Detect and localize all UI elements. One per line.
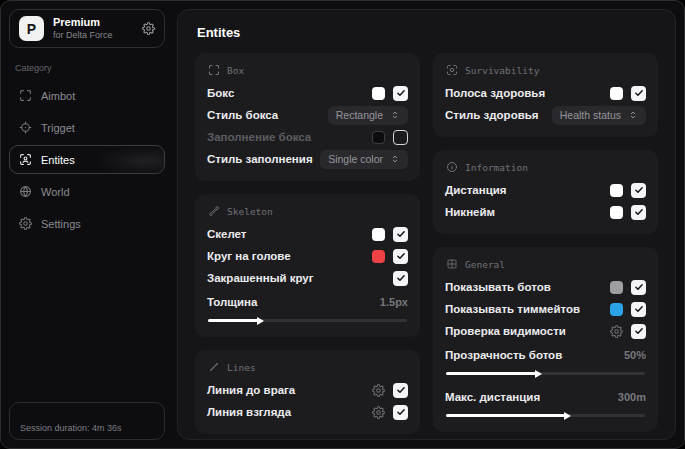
max-distance-slider-row: Макс. дистанция 300m — [445, 386, 646, 417]
setting-row: Полоса здоровья — [445, 82, 646, 104]
aimbot-icon — [19, 89, 32, 102]
thickness-slider-row: Толщина 1.5px — [207, 291, 408, 322]
thickness-slider[interactable] — [208, 319, 407, 322]
checkbox[interactable] — [631, 86, 646, 101]
sidebar-item-label: World — [41, 186, 70, 198]
page-title: Entites — [197, 25, 658, 40]
slider-thumb[interactable] — [564, 412, 571, 420]
general-icon — [446, 258, 458, 270]
setting-label: Круг на голове — [207, 250, 291, 262]
color-swatch[interactable] — [610, 281, 623, 294]
slider-thumb[interactable] — [535, 370, 542, 378]
setting-label: Стиль здоровья — [445, 109, 539, 121]
survivability-section: Survivability Полоса здоровья Стиль здор… — [433, 53, 658, 137]
color-swatch[interactable] — [372, 131, 385, 144]
setting-label: Линия взгляда — [207, 406, 291, 418]
checkbox[interactable] — [631, 324, 646, 339]
sidebar-item-entites[interactable]: Entites — [9, 145, 165, 174]
color-swatch[interactable] — [610, 87, 623, 100]
checkbox[interactable] — [393, 383, 408, 398]
setting-label: Полоса здоровья — [445, 87, 545, 99]
settings-icon — [19, 217, 32, 230]
bot-opacity-slider[interactable] — [446, 372, 645, 375]
config-gear-icon[interactable] — [372, 406, 385, 419]
max-distance-slider[interactable] — [446, 414, 645, 417]
setting-row: Заполнение бокса — [207, 126, 408, 148]
setting-row: Стиль здоровья Health status — [445, 104, 646, 126]
setting-row: Скелет — [207, 223, 408, 245]
sidebar: P Premium for Delta Force Category Aimbo… — [1, 1, 173, 448]
section-title: Skeleton — [227, 206, 273, 217]
section-title: General — [465, 259, 505, 270]
dropdown-value: Rectangle — [336, 109, 383, 122]
setting-row: Линия взгляда — [207, 401, 408, 423]
brand-subtitle: for Delta Force — [53, 30, 113, 41]
setting-label: Никнейм — [445, 206, 495, 218]
main-panel: Entites Box Бокс — [177, 9, 676, 440]
sidebar-item-trigget[interactable]: Trigget — [9, 113, 165, 142]
setting-row: Стиль заполнения Single color — [207, 148, 408, 170]
setting-row: Линия до врага — [207, 379, 408, 401]
color-swatch[interactable] — [610, 303, 623, 316]
checkbox[interactable] — [631, 183, 646, 198]
color-swatch[interactable] — [610, 184, 623, 197]
setting-row: Проверка видимости — [445, 320, 646, 342]
checkbox[interactable] — [631, 205, 646, 220]
checkbox[interactable] — [631, 302, 646, 317]
health-style-dropdown[interactable]: Health status — [552, 106, 646, 125]
skeleton-icon — [208, 205, 220, 217]
sidebar-item-aimbot[interactable]: Aimbot — [9, 81, 165, 110]
setting-label: Бокс — [207, 87, 234, 99]
checkbox[interactable] — [393, 249, 408, 264]
setting-row: Показывать ботов — [445, 276, 646, 298]
session-duration-box: Session duration: 4m 36s — [9, 402, 165, 440]
information-section: Information Дистанция Никнейм — [433, 150, 658, 234]
sidebar-item-label: Entites — [41, 154, 75, 166]
fill-style-dropdown[interactable]: Single color — [320, 150, 408, 169]
setting-label: Макс. дистанция — [445, 391, 540, 403]
setting-row: Никнейм — [445, 201, 646, 223]
skeleton-section: Skeleton Скелет Круг на голове — [195, 194, 420, 337]
section-title: Lines — [227, 362, 256, 373]
slider-value: 300m — [618, 391, 646, 403]
checkbox[interactable] — [393, 130, 408, 145]
survivability-icon — [446, 64, 458, 76]
general-section: General Показывать ботов Показывать тимм… — [433, 247, 658, 432]
app-window: P Premium for Delta Force Category Aimbo… — [0, 0, 685, 449]
checkbox[interactable] — [393, 405, 408, 420]
brand-gear-icon[interactable] — [142, 22, 155, 35]
setting-label: Линия до врага — [207, 384, 295, 396]
setting-label: Проверка видимости — [445, 325, 566, 337]
box-section: Box Бокс Стиль бокса Rectangle — [195, 53, 420, 181]
sidebar-item-world[interactable]: World — [9, 177, 165, 206]
information-icon — [446, 161, 458, 173]
color-swatch[interactable] — [372, 250, 385, 263]
checkbox[interactable] — [631, 280, 646, 295]
setting-row: Бокс — [207, 82, 408, 104]
setting-label: Стиль бокса — [207, 109, 278, 121]
slider-value: 1.5px — [380, 296, 408, 308]
box-style-dropdown[interactable]: Rectangle — [328, 106, 408, 125]
dropdown-value: Health status — [560, 109, 621, 122]
setting-label: Толщина — [207, 296, 257, 308]
trigget-icon — [19, 121, 32, 134]
slider-thumb[interactable] — [257, 317, 264, 325]
config-gear-icon[interactable] — [372, 384, 385, 397]
checkbox[interactable] — [393, 86, 408, 101]
setting-label: Закрашенный круг — [207, 272, 314, 284]
lines-icon — [208, 361, 220, 373]
setting-row: Стиль бокса Rectangle — [207, 104, 408, 126]
world-icon — [19, 185, 32, 198]
setting-label: Скелет — [207, 228, 247, 240]
setting-label: Дистанция — [445, 184, 506, 196]
checkbox[interactable] — [393, 271, 408, 286]
config-gear-icon[interactable] — [610, 325, 623, 338]
setting-label: Прозрачность ботов — [445, 349, 562, 361]
entites-icon — [19, 153, 32, 166]
checkbox[interactable] — [393, 227, 408, 242]
color-swatch[interactable] — [372, 87, 385, 100]
color-swatch[interactable] — [372, 228, 385, 241]
dropdown-unfold-icon — [628, 110, 638, 120]
sidebar-item-settings[interactable]: Settings — [9, 209, 165, 238]
color-swatch[interactable] — [610, 206, 623, 219]
